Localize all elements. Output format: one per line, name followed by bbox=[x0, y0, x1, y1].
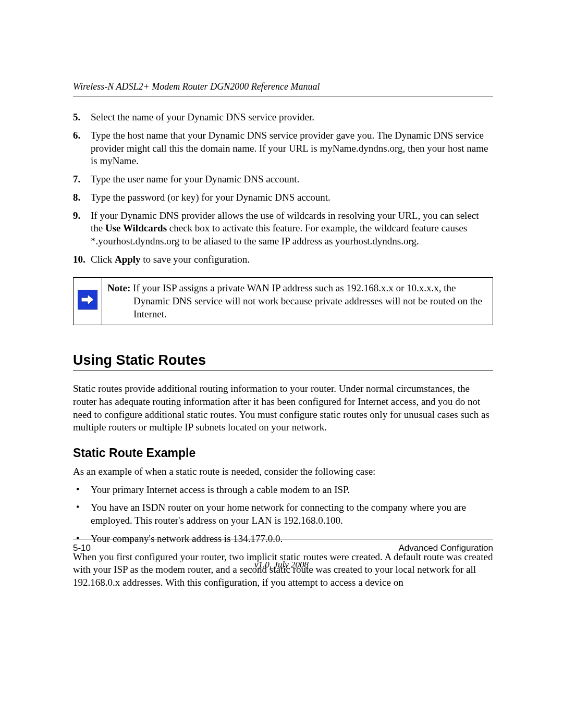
step-8: Type the password (or key) for your Dyna… bbox=[73, 191, 493, 204]
version-line: v1.0, July 2008 bbox=[0, 559, 563, 571]
step-7: Type the user name for your Dynamic DNS … bbox=[73, 173, 493, 186]
footer-rule bbox=[73, 539, 493, 539]
header-rule bbox=[73, 96, 493, 96]
step-text: Select the name of your Dynamic DNS serv… bbox=[91, 111, 493, 124]
ordered-steps: Select the name of your Dynamic DNS serv… bbox=[73, 111, 493, 266]
bold-term: Use Wildcards bbox=[105, 223, 167, 233]
text-fragment: to save your configuration. bbox=[141, 254, 250, 265]
step-6: Type the host name that your Dynamic DNS… bbox=[73, 129, 493, 168]
step-5: Select the name of your Dynamic DNS serv… bbox=[73, 111, 493, 124]
step-9: If your Dynamic DNS provider allows the … bbox=[73, 209, 493, 248]
step-10: Click Apply to save your configuration. bbox=[73, 253, 493, 266]
list-item: Your primary Internet access is through … bbox=[73, 484, 493, 497]
section-heading: Using Static Routes bbox=[73, 351, 493, 369]
section-rule bbox=[73, 371, 493, 371]
section-body: Static routes provide additional routing… bbox=[73, 382, 493, 434]
note-icon-cell bbox=[74, 278, 102, 325]
footer-row: 5-10 Advanced Configuration bbox=[73, 542, 493, 554]
chapter-name: Advanced Configuration bbox=[399, 542, 493, 554]
text-fragment: Click bbox=[91, 254, 115, 265]
subsection-intro: As an example of when a static route is … bbox=[73, 465, 493, 478]
step-text: Click Apply to save your configuration. bbox=[91, 253, 493, 266]
list-item: You have an ISDN router on your home net… bbox=[73, 501, 493, 527]
step-text: Type the user name for your Dynamic DNS … bbox=[91, 173, 493, 186]
arrow-right-icon bbox=[78, 290, 97, 310]
running-header: Wireless-N ADSL2+ Modem Router DGN2000 R… bbox=[73, 81, 493, 96]
step-text: Type the password (or key) for your Dyna… bbox=[91, 191, 493, 204]
bold-term: Apply bbox=[115, 254, 141, 265]
note-box: Note: If your ISP assigns a private WAN … bbox=[73, 277, 493, 325]
note-text-cell: Note: If your ISP assigns a private WAN … bbox=[102, 278, 493, 325]
document-page: Wireless-N ADSL2+ Modem Router DGN2000 R… bbox=[0, 0, 563, 728]
step-text: If your Dynamic DNS provider allows the … bbox=[91, 209, 493, 248]
step-text: Type the host name that your Dynamic DNS… bbox=[91, 129, 493, 168]
note-label: Note: bbox=[107, 282, 130, 293]
bullet-list: Your primary Internet access is through … bbox=[73, 484, 493, 546]
subsection-heading: Static Route Example bbox=[73, 446, 493, 461]
note-body: If your ISP assigns a private WAN IP add… bbox=[130, 282, 482, 319]
page-number: 5-10 bbox=[73, 542, 91, 554]
svg-marker-0 bbox=[81, 294, 94, 305]
